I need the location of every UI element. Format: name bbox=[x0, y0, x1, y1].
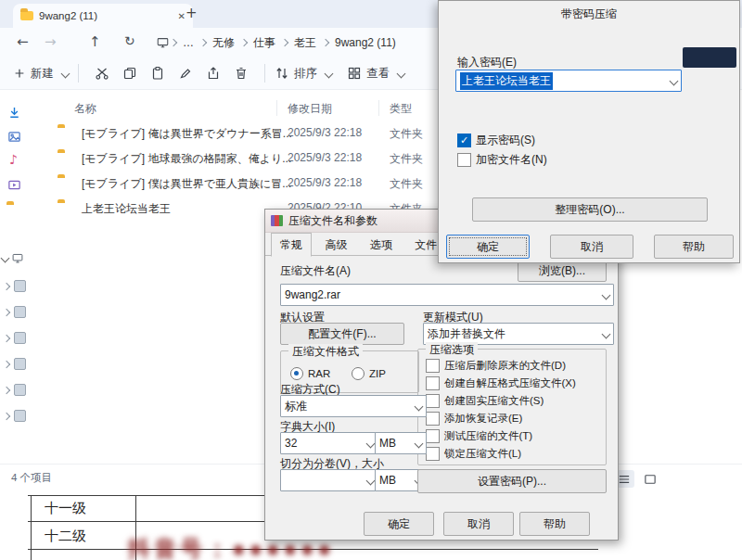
grid-view-icon bbox=[347, 66, 362, 81]
breadcrumb-item[interactable]: 9wang2 (11) bbox=[329, 34, 402, 51]
chevron-down-icon bbox=[366, 476, 376, 485]
thumbnail-view-button[interactable] bbox=[640, 470, 660, 488]
sidebar-rail: ♪ bbox=[0, 89, 28, 469]
chevron-down-icon bbox=[366, 439, 376, 448]
back-button[interactable]: ← bbox=[17, 33, 29, 50]
sidebar-pictures-icon[interactable] bbox=[7, 130, 21, 144]
column-header-date[interactable]: 修改日期 bbox=[288, 101, 332, 117]
winrar-ok-button[interactable]: 确定 bbox=[364, 512, 434, 536]
winrar-help-button[interactable]: 帮助 bbox=[519, 512, 590, 536]
option-test-checkbox[interactable]: 测试压缩的文件(T) bbox=[426, 429, 532, 443]
sidebar-downloads-icon[interactable] bbox=[7, 106, 21, 120]
breadcrumb-ellipsis[interactable]: … bbox=[177, 34, 199, 51]
archive-name-value: 9wang2.rar bbox=[285, 288, 340, 301]
table-line bbox=[31, 495, 32, 560]
column-divider[interactable] bbox=[276, 100, 277, 116]
winrar-app-icon bbox=[271, 215, 283, 226]
tab-options[interactable]: 选项 bbox=[361, 233, 402, 257]
dictionary-unit-dropdown[interactable]: MB bbox=[375, 432, 427, 454]
file-type: 文件夹 bbox=[390, 151, 423, 167]
password-input-label: 输入密码(E) bbox=[457, 55, 517, 70]
option-lock-checkbox[interactable]: 锁定压缩文件(L) bbox=[426, 447, 521, 461]
format-rar-radio[interactable]: RAR bbox=[290, 367, 330, 380]
toolbar-separator bbox=[78, 64, 79, 83]
format-zip-radio[interactable]: ZIP bbox=[352, 367, 386, 380]
encrypt-filenames-checkbox[interactable]: 加密文件名(N) bbox=[457, 152, 547, 168]
method-dropdown[interactable]: 标准 bbox=[280, 395, 427, 417]
breadcrumb-item[interactable]: 无修 bbox=[207, 33, 240, 53]
dictionary-unit: MB bbox=[379, 437, 396, 450]
sidebar-music-icon[interactable]: ♪ bbox=[9, 152, 18, 167]
delete-button[interactable] bbox=[227, 66, 255, 81]
paste-button[interactable] bbox=[144, 66, 172, 81]
tab-close-icon[interactable]: ✕ bbox=[178, 11, 186, 21]
screen: 十一级 十二级 抖音号：●●●●●● 9wang2 (11) ✕ + ← → ↑… bbox=[0, 0, 742, 560]
chevron-down-icon bbox=[415, 439, 424, 448]
up-button[interactable]: ↑ bbox=[89, 33, 101, 50]
show-password-checkbox[interactable]: ✓显示密码(S) bbox=[457, 133, 535, 148]
organize-passwords-button[interactable]: 整理密码(O)... bbox=[472, 197, 708, 222]
new-button[interactable]: 新建 bbox=[13, 66, 69, 82]
toolbar-separator bbox=[264, 64, 265, 83]
sidebar-tree-item[interactable] bbox=[4, 384, 26, 396]
options-groupbox: 压缩选项 压缩后删除原来的文件(D) 创建自解压格式压缩文件(X) 创建固实压缩… bbox=[417, 349, 607, 465]
dictionary-dropdown[interactable]: 32 bbox=[280, 432, 378, 454]
chevron-down-icon bbox=[325, 69, 334, 78]
sidebar-videos-icon[interactable] bbox=[7, 178, 21, 192]
table-cell: 十二级 bbox=[45, 528, 86, 545]
winrar-cancel-button[interactable]: 取消 bbox=[443, 512, 514, 536]
sidebar-tree-item[interactable] bbox=[4, 358, 26, 370]
view-button[interactable]: 查看 bbox=[347, 66, 404, 82]
method-value: 标准 bbox=[285, 399, 307, 414]
sidebar-tree-item[interactable] bbox=[4, 410, 26, 422]
password-dialog-title: 带密码压缩 bbox=[439, 6, 739, 22]
breadcrumb-item[interactable]: 老王 bbox=[288, 33, 322, 53]
cut-icon bbox=[95, 66, 109, 81]
chevron-down-icon bbox=[415, 401, 424, 411]
tab-title: 9wang2 (11) bbox=[39, 10, 173, 21]
option-delete-files-checkbox[interactable]: 压缩后删除原来的文件(D) bbox=[426, 359, 566, 373]
refresh-button[interactable]: ↻ bbox=[124, 33, 135, 48]
set-password-button[interactable]: 设置密码(P)... bbox=[417, 469, 607, 493]
breadcrumb-chevron-icon bbox=[281, 39, 288, 46]
option-sfx-checkbox[interactable]: 创建自解压格式压缩文件(X) bbox=[426, 376, 576, 390]
profiles-button[interactable]: 配置文件(F)... bbox=[280, 323, 404, 345]
breadcrumb-item[interactable]: 仕事 bbox=[248, 33, 281, 53]
dictionary-value: 32 bbox=[285, 437, 297, 450]
tab-folder-icon bbox=[20, 11, 33, 20]
chevron-down-icon bbox=[602, 290, 611, 299]
sidebar-this-pc[interactable] bbox=[2, 252, 24, 264]
password-input-combobox[interactable]: 上老王论坛当老王 bbox=[455, 70, 682, 92]
file-type: 文件夹 bbox=[390, 126, 423, 142]
new-tab-button[interactable]: + bbox=[186, 5, 198, 21]
chevron-down-icon bbox=[1, 254, 10, 263]
password-cancel-button[interactable]: 取消 bbox=[550, 235, 633, 259]
sort-button[interactable]: 排序 bbox=[275, 66, 332, 82]
split-unit: MB bbox=[379, 474, 396, 487]
tab-advanced[interactable]: 高级 bbox=[315, 233, 356, 257]
rename-button[interactable] bbox=[172, 66, 199, 81]
column-header-type[interactable]: 类型 bbox=[390, 101, 412, 117]
cut-button[interactable] bbox=[88, 66, 116, 81]
share-button[interactable] bbox=[199, 66, 227, 81]
sidebar-tree-item[interactable] bbox=[4, 306, 26, 318]
sidebar-tree-item[interactable] bbox=[4, 280, 26, 292]
forward-button[interactable]: → bbox=[45, 33, 57, 50]
column-header-name[interactable]: 名称 bbox=[74, 101, 96, 117]
password-help-button[interactable]: 帮助 bbox=[654, 235, 734, 259]
archive-name-combobox[interactable]: 9wang2.rar bbox=[280, 284, 614, 306]
split-volume-dropdown[interactable] bbox=[280, 469, 378, 491]
explorer-tab[interactable]: 9wang2 (11) ✕ bbox=[13, 4, 193, 28]
option-solid-checkbox[interactable]: 创建固实压缩文件(S) bbox=[426, 394, 544, 408]
item-count: 4 个项目 bbox=[11, 471, 52, 485]
password-ok-button[interactable]: 确定 bbox=[446, 235, 530, 259]
thumbnail-view-icon bbox=[644, 474, 657, 485]
copy-button[interactable] bbox=[116, 66, 144, 81]
sidebar-tree-item[interactable] bbox=[4, 332, 26, 344]
column-divider[interactable] bbox=[378, 100, 379, 116]
file-date: 2025/9/3 22:18 bbox=[288, 176, 362, 189]
tab-general[interactable]: 常规 bbox=[271, 233, 312, 257]
option-recovery-checkbox[interactable]: 添加恢复记录(E) bbox=[426, 412, 522, 426]
list-view-icon bbox=[618, 474, 631, 485]
view-label: 查看 bbox=[366, 66, 390, 82]
